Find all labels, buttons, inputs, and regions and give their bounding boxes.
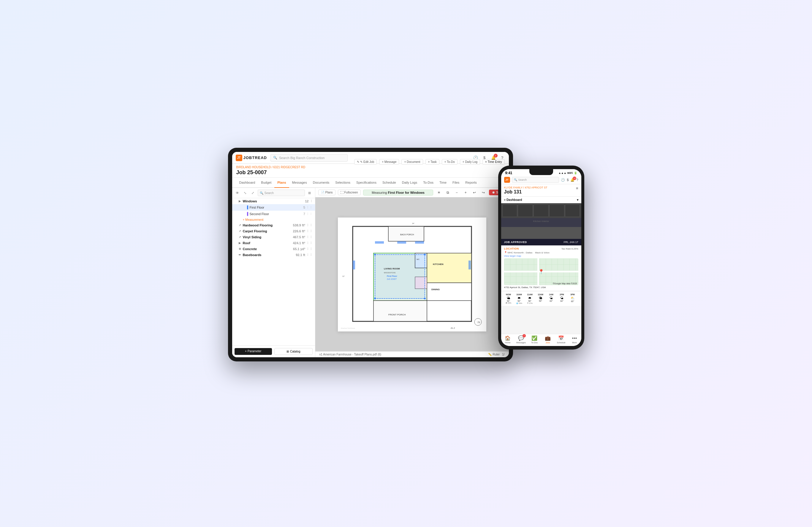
document-button[interactable]: + Document: [402, 159, 423, 165]
tab-specifications[interactable]: Specifications: [353, 178, 379, 188]
weather-item-11am: 11AM 🌧 58° ☂ 27%: [525, 293, 534, 304]
parameter-button[interactable]: + Parameter: [234, 348, 272, 355]
search-input[interactable]: 🔍 Search Big Ranch Construction: [271, 154, 348, 162]
message-button[interactable]: + Message: [379, 159, 399, 165]
nav-home[interactable]: 🏠 Home: [501, 335, 514, 343]
nav-schedule[interactable]: 📅 Schedule: [555, 335, 568, 343]
svg-text:BACK PORCH: BACK PORCH: [400, 234, 414, 236]
weather-icon-12am: 🌦: [539, 296, 542, 300]
search-icon: 🔍: [273, 156, 277, 160]
fullscreen-button[interactable]: ⛶ Fullscreen: [338, 190, 361, 195]
collapse-icon[interactable]: ⤢: [250, 190, 256, 196]
tab-time[interactable]: Time: [436, 178, 449, 188]
plans-button[interactable]: 📄 Plans: [318, 190, 335, 195]
tab-files[interactable]: Files: [449, 178, 462, 188]
svg-text:A1.2: A1.2: [451, 327, 455, 329]
todo-button[interactable]: + To-Do: [442, 159, 458, 165]
expand-icon[interactable]: ⤡: [242, 190, 248, 196]
tablet-screen: JT JOBTREAD 🔍 Search Big Ranch Construct…: [232, 152, 509, 357]
weather-item-12am: 12AM 🌦 59°: [536, 293, 545, 304]
tab-dashboard[interactable]: Dashboard: [236, 178, 258, 188]
phone-top-icons: 🕐 $ 🔔 ?: [561, 178, 578, 182]
weather-item-3pm: 3PM ⛅ 65°: [568, 293, 577, 304]
job-actions: ✎ ✎ Edit Job + Message + Document + Task…: [354, 159, 504, 165]
chevron-down-icon: ▾: [577, 198, 578, 202]
phone-search-icon: 🔍: [514, 178, 517, 181]
brightness-icon[interactable]: ☀: [436, 189, 442, 196]
nav-jobs[interactable]: 💼 Jobs: [541, 335, 555, 343]
nav-messages[interactable]: 💬 Messages: [514, 335, 528, 343]
tab-messages[interactable]: Messages: [289, 178, 310, 188]
tree-item-concrete[interactable]: ⚙ Concrete 65.1 yd³ ⋮ ⋮: [232, 246, 315, 252]
panel-search-placeholder: Search: [264, 191, 274, 195]
svg-text:12': 12': [342, 275, 345, 277]
daily-log-button[interactable]: + Daily Log: [460, 159, 480, 165]
phone-dashboard-bar[interactable]: ≡ Dashboard ▾: [501, 197, 581, 203]
svg-rect-4: [427, 283, 472, 301]
grid-icon[interactable]: ⊞: [307, 190, 313, 196]
tab-reports[interactable]: Reports: [462, 178, 480, 188]
tab-todos[interactable]: To-Dos: [420, 178, 436, 188]
phone-clock-icon[interactable]: 🕐: [561, 178, 565, 182]
tree-item-vinyl[interactable]: ↗ Vinyl Siding 467.5 ft² ⋮ ⋮: [232, 234, 315, 240]
nav-more[interactable]: ••• More: [568, 336, 581, 343]
kitchen-interior: Kitchen Interior: [501, 203, 581, 239]
phone-help-icon[interactable]: ?: [576, 178, 578, 181]
footer-text: v1 American Farmhouse - Takeoff Plans.pd…: [319, 353, 381, 356]
nav-todos[interactable]: ✅ To-Dos: [528, 335, 541, 343]
task-button[interactable]: + Task: [425, 159, 439, 165]
tab-daily-logs[interactable]: Daily Logs: [399, 178, 420, 188]
tab-selections[interactable]: Selections: [332, 178, 353, 188]
tablet-device: JT JOBTREAD 🔍 Search Big Ranch Construct…: [228, 148, 513, 362]
scene: JT JOBTREAD 🔍 Search Big Ranch Construct…: [228, 148, 584, 379]
logo-icon: JT: [236, 155, 242, 161]
tree-item-baseboards[interactable]: ✏ Baseboards 92.1 ft ⋮ ⋮: [232, 252, 315, 258]
tab-budget[interactable]: Budget: [258, 178, 274, 188]
kitchen-counter: [501, 227, 581, 239]
tree-item-windows[interactable]: ▶ Windows 12 ⋮: [232, 198, 315, 204]
svg-point-14: [424, 298, 426, 299]
view-map-link[interactable]: View larger map: [504, 254, 578, 257]
svg-text:2x3 JOIST: 2x3 JOIST: [387, 278, 397, 280]
tree-item-roof[interactable]: ▶ Roof 424.1 ft² ⋮ ⋮: [232, 240, 315, 246]
tab-documents[interactable]: Documents: [310, 178, 333, 188]
approved-date: FRI, JAN 17: [564, 241, 578, 244]
svg-text:First Floor: First Floor: [387, 275, 397, 277]
bell-icon[interactable]: 🔔: [491, 155, 496, 161]
cabinet-2: [518, 204, 533, 217]
svg-point-13: [424, 254, 426, 255]
location-label: LOCATION: [504, 247, 519, 250]
weather-icon-now: 🌥: [507, 296, 510, 300]
tree-item-hardwood[interactable]: ↗ Hardwood Flooring 538.9 ft² ⋮ ⋮: [232, 222, 315, 228]
phone-job-title: Job 131: [504, 189, 548, 195]
ruler-label: 📏 Ruler: [488, 353, 500, 356]
catalog-button[interactable]: ⊞ Catalog: [274, 348, 313, 355]
tree-item-first-floor[interactable]: First Floor 5 ⋮ ⋮: [232, 204, 315, 211]
tab-plans[interactable]: Plans: [274, 178, 289, 188]
location-name: 📍 MHC Kenworth - Dallas Mack & Volvo: [504, 251, 578, 254]
plus-icon[interactable]: +: [462, 189, 469, 196]
phone-bell-icon[interactable]: 🔔: [570, 178, 575, 182]
tab-schedule[interactable]: Schedule: [379, 178, 399, 188]
jobs-icon: 💼: [545, 335, 551, 341]
phone-dollar-icon[interactable]: $: [567, 178, 568, 181]
undo-icon[interactable]: ↩: [471, 189, 478, 196]
tree-item-carpet[interactable]: ↗ Carpet Flooring 226.6 ft² ⋮ ⋮: [232, 228, 315, 234]
add-measurement-link[interactable]: + Measurement: [232, 217, 315, 222]
phone-menu-icon[interactable]: ≡: [576, 186, 578, 190]
eye-icon[interactable]: 👁: [234, 190, 241, 196]
phone-time: 9:41: [505, 171, 512, 175]
blueprint-image: First Floor 2x3 JOIST LIVING ROO: [338, 218, 486, 332]
phone-search-input[interactable]: 🔍 Search: [512, 177, 559, 183]
tree-item-second-floor[interactable]: Second Floor 7 ⋮ ⋮: [232, 211, 315, 217]
edit-job-button[interactable]: ✎ ✎ Edit Job: [354, 159, 377, 165]
weather-icon-11am: 🌧: [528, 296, 532, 300]
cabinet-4: [549, 204, 564, 217]
redo-icon[interactable]: ↪: [480, 189, 487, 196]
cabinet-5: [565, 204, 580, 217]
svg-text:↑N: ↑N: [477, 321, 480, 324]
blueprint-footer: v1 American Farmhouse - Takeoff Plans.pd…: [315, 351, 509, 357]
panel-search[interactable]: 🔍 Search: [258, 190, 305, 196]
minus-icon[interactable]: −: [453, 189, 460, 196]
copy-icon[interactable]: ⧉: [445, 189, 451, 196]
